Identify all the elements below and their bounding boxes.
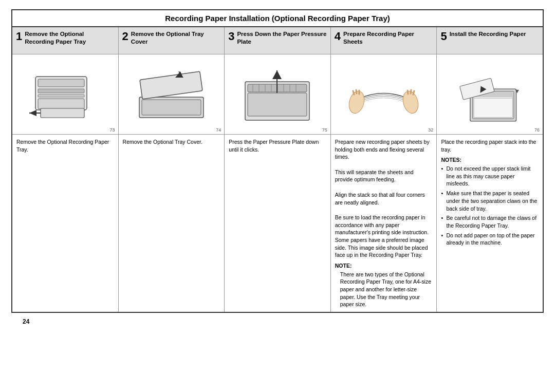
step-header-5: 5 Install the Recording Paper (437, 27, 543, 54)
step-number-4: 4 (335, 31, 341, 42)
illus-4 (343, 65, 425, 126)
svg-line-31 (413, 91, 414, 95)
svg-rect-36 (474, 98, 512, 118)
img-number-4: 32 (428, 127, 433, 133)
step-number-1: 1 (16, 31, 22, 42)
step-title-1: Remove the Optional Recording Paper Tray (25, 30, 114, 46)
illus-2 (130, 65, 212, 126)
step5-note-2: Make sure that the paper is seated under… (441, 190, 539, 212)
svg-rect-2 (38, 89, 84, 93)
step-image-5: 76 (437, 54, 543, 134)
svg-line-28 (356, 90, 357, 94)
step5-note-4: Do not add paper on top of the paper alr… (441, 232, 539, 247)
step-header-1: 1 Remove the Optional Recording Paper Tr… (12, 27, 119, 54)
step-image-3: 75 (225, 54, 331, 134)
page-wrapper: Recording Paper Installation (Optional R… (11, 9, 544, 313)
svg-rect-37 (474, 97, 512, 98)
step4-note-text: There are two types of the Optional Reco… (335, 271, 433, 308)
step-content-5: Place the recording paper stack into the… (437, 135, 543, 312)
svg-line-33 (408, 90, 408, 94)
step4-para1: Prepare new recording paper sheets by ho… (335, 138, 433, 161)
svg-line-27 (353, 91, 354, 95)
step5-notes-label: NOTES: (441, 156, 539, 164)
step4-para2: This will separate the sheets and provid… (335, 169, 433, 183)
step-header-3: 3 Press Down the Paper Pressure Plate (225, 27, 331, 54)
img-number-2: 74 (216, 127, 221, 133)
illus-1 (24, 65, 106, 126)
img-number-1: 73 (110, 127, 115, 133)
step-image-2: 74 (119, 54, 225, 134)
step4-para4: Be sure to load the recording paper in a… (335, 214, 433, 259)
step-title-4: Prepare Recording Paper Sheets (343, 30, 433, 46)
step-number-2: 2 (122, 31, 128, 42)
svg-rect-9 (142, 100, 201, 115)
step2-para1: Remove the Optional Tray Cover. (123, 138, 220, 146)
step3-para1: Press the Paper Pressure Plate down unti… (229, 138, 326, 153)
svg-rect-3 (38, 95, 84, 97)
step-content-3: Press the Paper Pressure Plate down unti… (225, 135, 331, 312)
page-number: 24 (11, 313, 544, 330)
step4-para3: Align the stack so that all four corners… (335, 191, 433, 206)
step1-para1: Remove the Optional Recording Paper Tray… (16, 138, 114, 153)
step-number-3: 3 (228, 31, 234, 42)
illus-5 (456, 70, 523, 126)
step-number-5: 5 (440, 31, 447, 42)
svg-rect-23 (248, 93, 307, 116)
img-number-5: 76 (534, 127, 540, 133)
illus-3 (236, 65, 319, 126)
svg-rect-5 (41, 108, 84, 118)
step-content-4: Prepare new recording paper sheets by ho… (331, 135, 437, 312)
steps-header-row: 1 Remove the Optional Recording Paper Tr… (12, 27, 543, 54)
step-content-1: Remove the Optional Recording Paper Tray… (12, 135, 119, 312)
main-title: Recording Paper Installation (Optional R… (12, 10, 543, 27)
step-content-2: Remove the Optional Tray Cover. (119, 135, 225, 312)
step4-note-label: NOTE: (335, 262, 433, 270)
svg-rect-1 (38, 79, 84, 87)
step-header-4: 4 Prepare Recording Paper Sheets (331, 27, 437, 54)
step-title-5: Install the Recording Paper (450, 30, 526, 38)
img-number-3: 75 (322, 127, 327, 133)
images-row: 73 74 (12, 54, 543, 135)
step-title-2: Remove the Optional Tray Cover (131, 30, 220, 46)
step-header-2: 2 Remove the Optional Tray Cover (119, 27, 225, 54)
step-image-4: 32 (331, 54, 437, 134)
svg-rect-10 (140, 71, 202, 99)
step-title-3: Press Down the Paper Pressure Plate (237, 30, 326, 46)
svg-line-32 (411, 90, 411, 94)
step5-para1: Place the recording paper stack into the… (441, 138, 539, 153)
content-row: Remove the Optional Recording Paper Tray… (12, 135, 543, 312)
step5-notes-list: Do not exceed the upper stack limit line… (441, 165, 539, 247)
step5-note-3: Be careful not to damage the claws of th… (441, 214, 539, 229)
svg-rect-4 (38, 99, 84, 109)
step-image-1: 73 (12, 54, 119, 134)
step5-note-1: Do not exceed the upper stack limit line… (441, 165, 539, 188)
